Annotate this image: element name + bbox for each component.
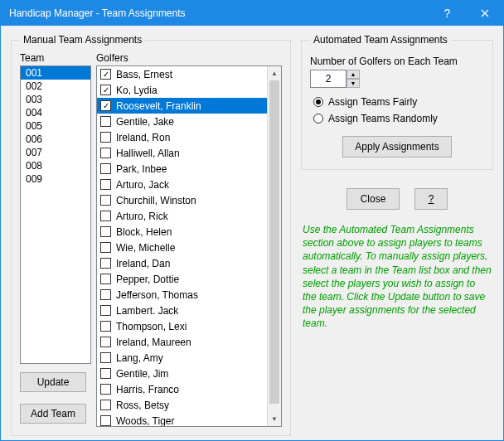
golfer-checkbox[interactable] (100, 132, 111, 143)
golfer-row[interactable]: Churchill, Winston (97, 192, 281, 208)
scroll-thumb[interactable] (269, 80, 279, 404)
team-item[interactable]: 004 (21, 106, 90, 119)
golfer-row[interactable]: Ross, Betsy (97, 397, 281, 413)
help-text: Use the Automated Team Assignments secti… (301, 223, 493, 331)
manual-legend: Manual Team Assignments (20, 34, 145, 46)
golfer-checkbox[interactable] (100, 163, 111, 174)
golfer-checkbox[interactable] (100, 337, 111, 347)
golfer-name: Gentile, Jim (116, 368, 168, 380)
app-window: Handicap Manager - Team Assignments ? Ma… (0, 0, 504, 441)
golfer-row[interactable]: Wie, Michelle (97, 240, 281, 255)
team-item[interactable]: 006 (21, 133, 90, 146)
golfer-name: Thompson, Lexi (116, 321, 187, 332)
scrollbar[interactable]: ▲ ▼ (267, 66, 281, 426)
radio-random[interactable] (313, 114, 323, 124)
golfer-row[interactable]: Arturo, Jack (97, 177, 281, 192)
automated-assignments-group: Automated Team Assignments Number of Gol… (301, 34, 493, 170)
team-listbox[interactable]: 001002003004005006007008009 (20, 65, 91, 364)
golfer-checkbox[interactable] (100, 148, 111, 158)
golfer-checkbox[interactable] (100, 400, 111, 410)
golfer-name: Wie, Michelle (116, 242, 175, 254)
golfer-checkbox[interactable] (100, 116, 111, 127)
golfer-name: Halliwell, Allan (116, 148, 180, 159)
content-area: Manual Team Assignments Team 00100200300… (1, 26, 503, 441)
spinner-up-button[interactable]: ▲ (346, 70, 360, 79)
close-icon (481, 9, 489, 17)
golfer-row[interactable]: Block, Helen (97, 224, 281, 240)
golfer-checkbox[interactable] (100, 289, 111, 300)
golfer-row[interactable]: ✓Roosevelt, Franklin (97, 98, 281, 114)
team-item[interactable]: 007 (21, 146, 90, 159)
radio-fair-row[interactable]: Assign Teams Fairly (310, 96, 484, 108)
golfer-row[interactable]: Thompson, Lexi (97, 318, 281, 334)
golfer-name: Pepper, Dottie (116, 274, 179, 285)
golfer-name: Roosevelt, Franklin (116, 100, 201, 112)
golfer-name: Ireland, Ron (116, 132, 170, 143)
golfers-listbox[interactable]: ✓Bass, Ernest✓Ko, Lydia✓Roosevelt, Frank… (96, 65, 282, 427)
team-item[interactable]: 003 (21, 93, 90, 106)
golfer-checkbox[interactable] (100, 305, 111, 316)
golfer-row[interactable]: Ireland, Dan (97, 255, 281, 271)
radio-fair[interactable] (313, 97, 323, 107)
automated-legend: Automated Team Assignments (310, 34, 451, 46)
golfer-name: Bass, Ernest (116, 69, 172, 80)
golfer-row[interactable]: Harris, Franco (97, 381, 281, 397)
golfer-name: Woods, Tiger (116, 415, 174, 427)
golfer-row[interactable]: Gentile, Jim (97, 366, 281, 381)
golfer-checkbox[interactable] (100, 211, 111, 221)
golfer-checkbox[interactable]: ✓ (100, 69, 111, 80)
manual-assignments-group: Manual Team Assignments Team 00100200300… (11, 34, 291, 436)
golfer-checkbox[interactable] (100, 368, 111, 379)
golfer-name: Lambert. Jack (116, 305, 178, 317)
team-item[interactable]: 002 (21, 80, 90, 93)
golfer-name: Lang, Amy (116, 352, 163, 364)
num-golfers-input[interactable] (310, 70, 346, 88)
golfer-row[interactable]: ✓Bass, Ernest (97, 66, 281, 82)
team-item[interactable]: 005 (21, 119, 90, 133)
apply-assignments-button[interactable]: Apply Assignments (342, 136, 451, 158)
golfer-row[interactable]: Woods, Tiger (97, 413, 281, 427)
golfer-row[interactable]: Lambert. Jack (97, 303, 281, 318)
golfer-row[interactable]: ✓Ko, Lydia (97, 82, 281, 98)
scroll-up-icon[interactable]: ▲ (268, 66, 281, 80)
golfer-checkbox[interactable] (100, 321, 111, 332)
golfer-checkbox[interactable] (100, 179, 111, 190)
num-golfers-label: Number of Golfers on Each Team (310, 56, 484, 67)
close-button[interactable]: Close (346, 188, 400, 210)
golfer-row[interactable]: Lang, Amy (97, 350, 281, 366)
radio-random-row[interactable]: Assign Teams Randomly (310, 113, 484, 124)
golfer-name: Gentile, Jake (116, 116, 174, 128)
golfer-row[interactable]: Ireland, Ron (97, 129, 281, 145)
spinner-down-button[interactable]: ▼ (346, 79, 360, 88)
golfer-checkbox[interactable]: ✓ (100, 85, 111, 95)
golfers-column-label: Golfers (96, 52, 282, 64)
team-item[interactable]: 008 (21, 159, 90, 172)
golfer-checkbox[interactable] (100, 384, 111, 395)
add-team-button[interactable]: Add Team (20, 404, 86, 424)
golfer-row[interactable]: Gentile, Jake (97, 114, 281, 129)
golfer-name: Jefferson, Thomas (116, 289, 198, 301)
help-button[interactable]: ? (414, 188, 448, 210)
golfer-checkbox[interactable] (100, 352, 111, 363)
golfer-row[interactable]: Arturo, Rick (97, 208, 281, 224)
golfer-checkbox[interactable] (100, 415, 111, 426)
scroll-down-icon[interactable]: ▼ (268, 412, 281, 426)
golfer-row[interactable]: Pepper, Dottie (97, 271, 281, 287)
golfer-checkbox[interactable] (100, 226, 111, 237)
golfer-checkbox[interactable] (100, 195, 111, 206)
golfer-checkbox[interactable]: ✓ (100, 100, 111, 111)
golfer-checkbox[interactable] (100, 242, 111, 253)
update-button[interactable]: Update (20, 372, 86, 392)
golfer-row[interactable]: Park, Inbee (97, 161, 281, 177)
help-titlebar-button[interactable]: ? (429, 1, 466, 26)
close-titlebar-button[interactable] (466, 1, 503, 26)
team-item[interactable]: 009 (21, 172, 90, 186)
golfer-row[interactable]: Jefferson, Thomas (97, 287, 281, 303)
golfer-row[interactable]: Halliwell, Allan (97, 145, 281, 161)
golfer-name: Park, Inbee (116, 163, 167, 175)
golfer-checkbox[interactable] (100, 274, 111, 284)
golfer-name: Ko, Lydia (116, 85, 158, 96)
golfer-row[interactable]: Ireland, Maureen (97, 334, 281, 350)
team-item[interactable]: 001 (21, 66, 90, 80)
golfer-checkbox[interactable] (100, 258, 111, 269)
